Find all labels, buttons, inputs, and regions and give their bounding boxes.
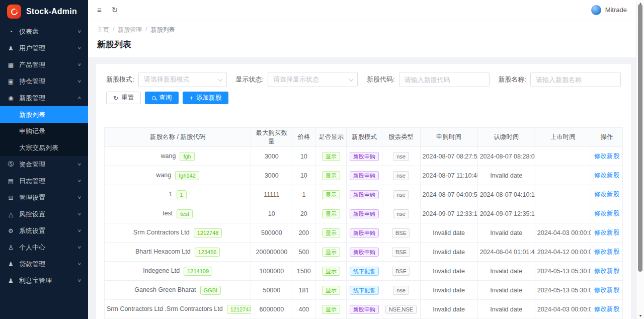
list-time-cell [535, 185, 591, 204]
sidebar-item-label: 持仓管理 [19, 77, 73, 86]
visible-cell: 显示 [315, 223, 347, 243]
sidebar-item-12[interactable]: ♟利息宝管理∨ [0, 272, 88, 289]
plus-icon: + [190, 95, 193, 101]
status-label: 显示状态: [235, 75, 264, 84]
edit-ipo-link[interactable]: 修改新股 [594, 172, 619, 179]
scroll-down-icon[interactable]: ▼ [636, 314, 644, 317]
app-logo[interactable]: Stock-Admin [0, 0, 88, 23]
column-header: 价格 [292, 128, 315, 147]
list-time-cell [535, 166, 591, 185]
sidebar-item-4[interactable]: ◉新股管理∧ [0, 90, 88, 106]
reset-button[interactable]: ↻ 重置 [106, 92, 141, 104]
status-select-placeholder: 请选择显示状态 [273, 75, 319, 84]
mode-cell: 新股申购 [347, 223, 382, 243]
sidebar: Stock-Admin ◔仪表盘∨♟用户管理∨▦产品管理∨▣持仓管理∨◉新股管理… [0, 0, 88, 319]
edit-ipo-link[interactable]: 修改新股 [594, 210, 619, 217]
funds-icon: Ⓢ [7, 160, 15, 169]
mode-badge: 新股申购 [350, 305, 379, 314]
visible-badge: 显示 [322, 190, 340, 199]
stock-type-cell: nse [382, 166, 420, 185]
apply-time-cell: Invalid date [420, 281, 477, 300]
mode-select[interactable]: 请选择新股模式 [138, 72, 227, 87]
sidebar-item-9[interactable]: ⚙系统设置∨ [0, 222, 88, 239]
status-select[interactable]: 请选择显示状态 [268, 72, 358, 87]
stock-type-badge: BSE [392, 267, 410, 276]
interest-icon: ♟ [7, 277, 15, 284]
edit-ipo-link[interactable]: 修改新股 [594, 286, 619, 293]
list-time-cell: 2024-04-03 00:00:00 [535, 300, 591, 319]
table-row: wangfgh142300010显示新股申购nse2024-08-07 11:1… [105, 166, 623, 185]
add-ipo-button[interactable]: + 添加新股 [183, 92, 228, 104]
sidebar-item-2[interactable]: ▦产品管理∨ [0, 56, 88, 73]
sidebar-menu: ◔仪表盘∨♟用户管理∨▦产品管理∨▣持仓管理∨◉新股管理∧新股列表申购记录大宗交… [0, 23, 88, 289]
edit-ipo-link[interactable]: 修改新股 [594, 267, 619, 274]
sidebar-item-10[interactable]: ♙个人中心∨ [0, 239, 88, 256]
scrollbar-thumb[interactable] [638, 4, 642, 272]
stock-type-badge: NSE,NSE [385, 305, 417, 314]
chevron-down-icon: ∨ [77, 29, 82, 34]
edit-ipo-link[interactable]: 修改新股 [594, 191, 619, 198]
sidebar-item-label: 管理设置 [19, 193, 73, 202]
edit-ipo-link[interactable]: 修改新股 [594, 248, 619, 255]
sidebar-subitem-2[interactable]: 大宗交易列表 [0, 139, 88, 156]
chevron-down-icon: ∨ [77, 179, 82, 183]
pay-time-cell: Invalid date [477, 262, 535, 281]
menu-fold-icon[interactable]: ≡ [97, 6, 102, 14]
stock-type-cell: nse [382, 147, 420, 166]
stock-code-tag: 1 [177, 190, 187, 199]
column-header: 最大购买数量 [251, 128, 292, 147]
price-cell: 200 [292, 223, 315, 243]
sidebar-item-8[interactable]: △风控设置∨ [0, 206, 88, 222]
browser-scrollbar[interactable]: ▲ ▼ [636, 0, 644, 319]
breadcrumb-ipo-management[interactable]: 新股管理 [118, 26, 142, 34]
stock-code-tag: fgh [180, 152, 194, 161]
sidebar-item-6[interactable]: ▤日志管理∨ [0, 173, 88, 189]
refresh-icon[interactable]: ↻ [112, 6, 118, 14]
list-time-cell [535, 147, 591, 166]
sidebar-item-5[interactable]: Ⓢ资金管理∨ [0, 156, 88, 173]
list-time-cell: 2024-05-13 05:30:00 [535, 262, 591, 281]
sidebar-item-11[interactable]: ♟贷款管理∨ [0, 256, 88, 272]
stock-type-cell: NSE,NSE [382, 300, 420, 319]
avatar[interactable] [591, 5, 601, 15]
edit-ipo-link[interactable]: 修改新股 [594, 152, 619, 160]
max-qty-cell: 3000 [251, 166, 292, 185]
stock-code-tag: GGBI [200, 286, 221, 295]
mode-cell: 新股申购 [347, 185, 382, 204]
search-icon [152, 96, 156, 100]
sidebar-item-0[interactable]: ◔仪表盘∨ [0, 23, 88, 40]
user-menu[interactable]: Mitrade [591, 5, 627, 15]
sidebar-item-1[interactable]: ♟用户管理∨ [0, 40, 88, 56]
name-input[interactable] [530, 72, 621, 87]
action-cell: 修改新股 [591, 281, 622, 300]
pay-time-cell: Invalid date [477, 281, 535, 300]
chevron-down-icon: ∨ [77, 278, 82, 283]
sidebar-item-3[interactable]: ▣持仓管理∨ [0, 73, 88, 90]
chevron-down-icon [349, 76, 354, 82]
sidebar-item-label: 仪表盘 [19, 27, 73, 36]
logs-icon: ▤ [7, 178, 15, 185]
sidebar-item-7[interactable]: ⊞管理设置∨ [0, 189, 88, 206]
pay-time-cell: 2024-08-07 04:10:11 [477, 185, 535, 204]
mode-cell: 新股申购 [347, 300, 382, 319]
sidebar-subitem-1[interactable]: 申购记录 [0, 123, 88, 139]
ipo-icon: ◉ [7, 95, 15, 102]
sidebar-subitem-0[interactable]: 新股列表 [0, 106, 88, 123]
visible-cell: 显示 [315, 147, 347, 166]
visible-badge: 显示 [322, 286, 340, 295]
edit-ipo-link[interactable]: 修改新股 [594, 305, 619, 312]
apply-time-cell: 2024-08-07 04:00:50 [420, 185, 477, 204]
products-icon: ▦ [7, 61, 15, 68]
search-button[interactable]: 查询 [145, 92, 179, 104]
visible-cell: 显示 [315, 243, 347, 262]
column-header: 是否显示 [315, 128, 347, 147]
price-cell: 10 [292, 166, 315, 185]
stock-type-badge: BSE [392, 248, 410, 257]
chevron-down-icon: ∨ [77, 228, 82, 233]
breadcrumb-home[interactable]: 主页 [97, 26, 109, 34]
apply-time-cell: Invalid date [420, 262, 477, 281]
visible-cell: 显示 [315, 300, 347, 319]
code-input[interactable] [399, 72, 490, 87]
action-cell: 修改新股 [591, 223, 622, 243]
edit-ipo-link[interactable]: 修改新股 [594, 229, 619, 236]
